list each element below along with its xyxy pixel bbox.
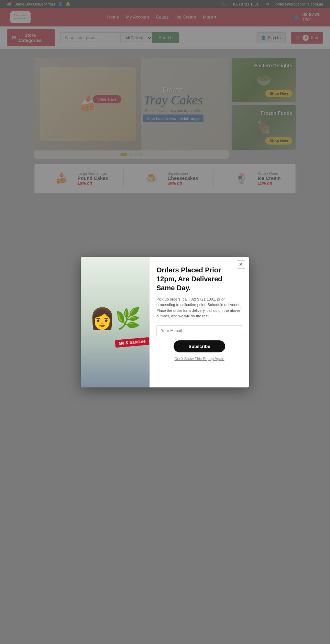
- subscribe-button[interactable]: Subscribe: [174, 340, 225, 352]
- popup-description: Pick up orders: call (02) 9721 1001, pri…: [156, 296, 242, 319]
- popup-overlay: 👩🌿 Me & SaraLee ✕ Orders Placed Prior 12…: [0, 0, 330, 644]
- popup-title: Orders Placed Prior 12pm, Are Delivered …: [156, 265, 242, 292]
- popup-image: 👩🌿: [81, 257, 150, 387]
- popup-content: ✕ Orders Placed Prior 12pm, Are Delivere…: [150, 257, 249, 387]
- popup-image-side: 👩🌿 Me & SaraLee: [81, 257, 150, 387]
- popup: 👩🌿 Me & SaraLee ✕ Orders Placed Prior 12…: [81, 257, 249, 387]
- popup-email-input[interactable]: [156, 325, 242, 336]
- popup-close-button[interactable]: ✕: [237, 260, 245, 269]
- dont-show-popup[interactable]: Don't Show This Popup Again: [156, 357, 242, 361]
